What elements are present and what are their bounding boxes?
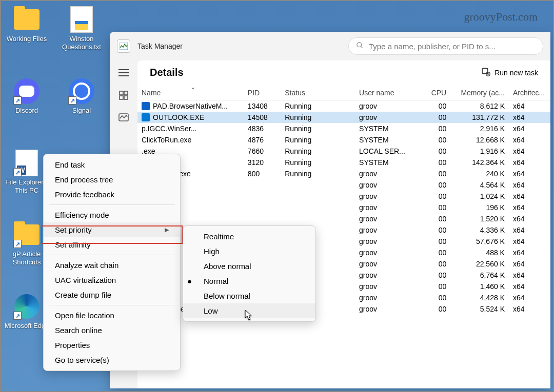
svg-line-2 (361, 46, 362, 48)
menu-item-end-process-tree[interactable]: End process tree (44, 172, 180, 187)
menu-item-create-dump-file[interactable]: Create dump file (44, 287, 180, 302)
table-row[interactable]: groov001,520 Kx64 (137, 213, 550, 224)
priority-normal[interactable]: ●Normal (183, 274, 315, 288)
column-header[interactable]: Status (281, 86, 355, 100)
search-placeholder: Type a name, publisher, or PID to s... (369, 42, 496, 51)
column-header[interactable]: Memory (ac... (450, 86, 509, 100)
priority-high[interactable]: High (183, 244, 315, 259)
table-row[interactable]: p.IGCC.WinSer...4836RunningSYSTEM002,916… (137, 123, 550, 134)
svg-rect-8 (120, 96, 123, 99)
menu-item-search-online[interactable]: Search online (44, 323, 180, 338)
menu-item-analyze-wait-chain[interactable]: Analyze wait chain (44, 258, 180, 273)
table-row[interactable]: groov00196 Kx64 (137, 202, 550, 213)
search-icon (356, 42, 364, 51)
menu-item-provide-feedback[interactable]: Provide feedback (44, 187, 180, 202)
table-row[interactable]: ClickToRun.exe4876RunningSYSTEM0012,668 … (137, 134, 550, 146)
menu-item-go-to-service-s-[interactable]: Go to service(s) (44, 353, 180, 367)
column-header[interactable]: PID (244, 86, 281, 100)
priority-above-normal[interactable]: Above normal (183, 259, 315, 274)
table-row[interactable]: groov004,564 Kx64 (137, 179, 550, 191)
priority-realtime[interactable]: Realtime (183, 229, 315, 244)
menu-item-properties[interactable]: Properties (44, 338, 180, 353)
column-header[interactable]: User name (355, 86, 424, 100)
run-new-task-button[interactable]: Run new task (481, 67, 538, 78)
table-row[interactable]: PAD.BrowserNativeM...13408Runninggroov00… (137, 100, 550, 112)
menu-item-efficiency-mode[interactable]: Efficiency mode (44, 208, 180, 222)
desktop-icon-signal[interactable]: ↗Signal (58, 78, 105, 115)
app-icon (117, 39, 130, 53)
titlebar[interactable]: Task Manager Type a name, publisher, or … (110, 32, 550, 60)
svg-rect-7 (124, 91, 128, 95)
column-header[interactable]: CPU (424, 86, 451, 100)
svg-rect-9 (124, 96, 128, 99)
column-header[interactable]: Architec... (509, 86, 550, 100)
checked-indicator-icon: ● (187, 277, 192, 285)
desktop-icon-working-files[interactable]: Working Files (4, 6, 50, 43)
table-row[interactable]: groov001,024 Kx64 (137, 191, 550, 202)
table-header-row[interactable]: NamePIDStatusUser nameCPUMemory (ac...Ar… (137, 86, 550, 100)
menu-item-open-file-location[interactable]: Open file location (44, 308, 180, 323)
menu-item-uac-virtualization[interactable]: UAC virtualization (44, 273, 180, 287)
context-menu[interactable]: End taskEnd process treeProvide feedback… (43, 154, 181, 371)
run-new-task-icon (481, 67, 490, 78)
priority-low[interactable]: Low (183, 303, 315, 318)
watermark: groovyPost.com (464, 10, 538, 24)
section-title: Details (150, 67, 184, 78)
window-title: Task Manager (137, 42, 183, 50)
processes-nav-icon[interactable] (116, 88, 131, 102)
svg-point-1 (357, 43, 362, 47)
submenu-arrow-icon: ▶ (165, 226, 169, 233)
table-row[interactable]: .exe7660RunningLOCAL SER...001,916 Kx64 (137, 146, 550, 157)
run-new-task-label: Run new task (494, 69, 538, 77)
table-row[interactable]: ewebview2.exe800Runninggroov00240 Kx64 (137, 168, 550, 179)
table-row[interactable]: OUTLOOK.EXE14508Runninggroov00131,772 Kx… (137, 112, 550, 123)
column-header[interactable]: Name (137, 86, 244, 100)
performance-nav-icon[interactable] (116, 111, 131, 125)
priority-below-normal[interactable]: Below normal (183, 288, 315, 303)
table-row[interactable]: Eng.exe3120RunningSYSTEM00142,364 Kx64 (137, 157, 550, 168)
hamburger-icon[interactable] (116, 66, 131, 80)
menu-item-end-task[interactable]: End task (44, 157, 180, 172)
svg-rect-6 (120, 91, 123, 95)
search-box[interactable]: Type a name, publisher, or PID to s... (348, 37, 543, 55)
desktop-icon-winston-questions-txt[interactable]: Winston Questions.txt (58, 6, 105, 51)
priority-submenu[interactable]: RealtimeHighAbove normal●NormalBelow nor… (183, 225, 316, 322)
menu-item-set-priority[interactable]: Set priority▶ (44, 222, 180, 237)
menu-item-set-affinity[interactable]: Set affinity (44, 237, 180, 252)
desktop-icon-discord[interactable]: ↗Discord (4, 78, 50, 115)
main-panel: Details Run new task NamePIDStatusUser n… (137, 60, 550, 388)
